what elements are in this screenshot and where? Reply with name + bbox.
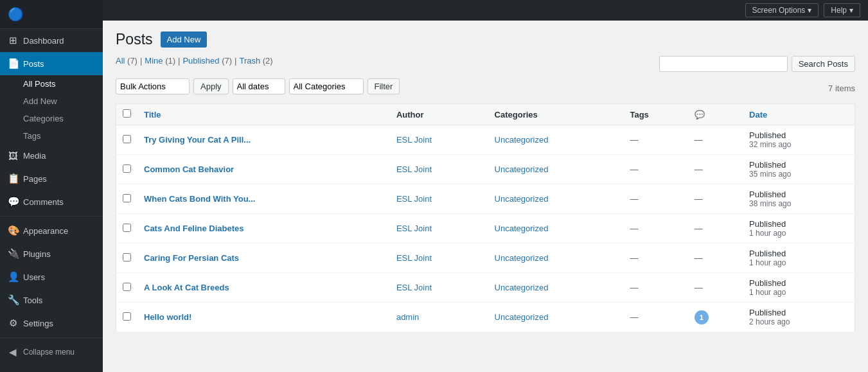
sidebar-item-tags[interactable]: Tags — [23, 127, 103, 145]
sidebar-item-comments[interactable]: 💬 Comments — [0, 190, 103, 213]
sidebar-item-tools[interactable]: 🔧 Tools — [0, 288, 103, 312]
post-title-link-3[interactable]: When Cats Bond With You... — [144, 194, 255, 204]
author-link-2[interactable]: ESL Joint — [396, 164, 432, 174]
bulk-actions-select[interactable]: Bulk Actions Edit Move to Trash — [116, 78, 190, 94]
bulk-actions-row: Bulk Actions Edit Move to Trash Apply Al… — [116, 78, 400, 94]
filter-links: All (7) | Mine (1) | Published (7) | Tra… — [116, 56, 273, 66]
select-all-checkbox[interactable] — [123, 109, 131, 118]
tags-cell-1: — — [623, 125, 687, 155]
sidebar-item-media[interactable]: 🖼 Media — [0, 145, 103, 167]
tags-cell-7: — — [623, 303, 687, 332]
sidebar-logo: 🔵 — [0, 0, 103, 29]
post-title-link-1[interactable]: Try Giving Your Cat A Pill... — [144, 135, 251, 145]
date-ago-7: 2 hours ago — [749, 317, 848, 326]
date-cell-4: Published1 hour ago — [743, 214, 855, 244]
sidebar-item-pages[interactable]: 📋 Pages — [0, 167, 103, 190]
author-link-5[interactable]: ESL Joint — [396, 253, 432, 263]
th-tags: Tags — [623, 104, 687, 125]
page-header: Posts Add New — [116, 31, 855, 48]
row-checkbox-5[interactable] — [123, 253, 131, 261]
date-cell-3: Published38 mins ago — [743, 184, 855, 214]
sidebar-item-all-posts[interactable]: All Posts — [23, 75, 103, 93]
comment-bubble-7[interactable]: 1 — [695, 310, 709, 324]
search-input[interactable] — [659, 56, 788, 72]
comments-cell-5: — — [688, 244, 743, 273]
category-filter-select[interactable]: All Categories Uncategorized — [289, 78, 364, 94]
category-link-6[interactable]: Uncategorized — [495, 283, 549, 292]
screen-options-button[interactable]: Screen Options ▾ — [745, 3, 819, 17]
posts-table: Title Author Categories Tags 💬 Date Try … — [116, 103, 855, 332]
chevron-down-icon: ▾ — [808, 6, 811, 15]
comments-cell-6: — — [688, 273, 743, 303]
post-title-link-6[interactable]: A Look At Cat Breeds — [144, 283, 229, 292]
author-link-1[interactable]: ESL Joint — [396, 135, 432, 145]
table-row: Try Giving Your Cat A Pill...ESL JointUn… — [116, 125, 855, 155]
sidebar-item-appearance[interactable]: 🎨 Appearance — [0, 219, 103, 242]
post-title-link-5[interactable]: Caring For Persian Cats — [144, 253, 239, 263]
category-link-7[interactable]: Uncategorized — [495, 312, 549, 322]
category-link-1[interactable]: Uncategorized — [495, 135, 549, 145]
date-cell-6: Published1 hour ago — [743, 273, 855, 303]
table-row: When Cats Bond With You...ESL JointUncat… — [116, 184, 855, 214]
users-icon: 👤 — [8, 271, 18, 283]
plugins-icon: 🔌 — [8, 248, 18, 260]
row-checkbox-2[interactable] — [123, 164, 131, 173]
appearance-icon: 🎨 — [8, 225, 18, 236]
date-status-3: Published — [749, 190, 848, 199]
author-link-3[interactable]: ESL Joint — [396, 194, 432, 204]
post-title-link-4[interactable]: Cats And Feline Diabetes — [144, 224, 244, 233]
search-area: Search Posts — [659, 56, 855, 72]
date-status-2: Published — [749, 160, 848, 170]
row-checkbox-3[interactable] — [123, 194, 131, 202]
filter-link-mine[interactable]: Mine (1) — [145, 56, 175, 66]
th-checkbox — [116, 104, 138, 125]
table-row: Common Cat BehaviorESL JointUncategorize… — [116, 155, 855, 184]
sidebar-item-posts[interactable]: 📄 Posts — [0, 52, 103, 75]
filter-link-published[interactable]: Published (7) — [182, 56, 232, 66]
tags-cell-4: — — [623, 214, 687, 244]
post-title-link-2[interactable]: Common Cat Behavior — [144, 164, 234, 174]
row-checkbox-7[interactable] — [123, 312, 131, 321]
sidebar-item-plugins[interactable]: 🔌 Plugins — [0, 242, 103, 265]
author-link-7[interactable]: admin — [396, 312, 419, 322]
category-link-4[interactable]: Uncategorized — [495, 224, 549, 233]
author-link-6[interactable]: ESL Joint — [396, 283, 432, 292]
collapse-menu[interactable]: ◀ Collapse menu — [0, 341, 103, 364]
filter-link-trash[interactable]: Trash (2) — [239, 56, 272, 66]
tags-cell-3: — — [623, 184, 687, 214]
date-cell-7: Published2 hours ago — [743, 303, 855, 332]
th-comments: 💬 — [688, 104, 743, 125]
category-link-3[interactable]: Uncategorized — [495, 194, 549, 204]
category-link-2[interactable]: Uncategorized — [495, 164, 549, 174]
sidebar-item-categories[interactable]: Categories — [23, 110, 103, 127]
help-button[interactable]: Help ▾ — [824, 3, 860, 17]
post-title-link-7[interactable]: Hello world! — [144, 312, 191, 322]
filter-button[interactable]: Filter — [368, 78, 400, 94]
apply-button[interactable]: Apply — [193, 78, 229, 94]
sidebar-item-add-new[interactable]: Add New — [23, 93, 103, 110]
date-filter-select[interactable]: All dates — [233, 78, 285, 94]
search-posts-button[interactable]: Search Posts — [792, 56, 855, 72]
date-cell-1: Published32 mins ago — [743, 125, 855, 155]
tags-cell-2: — — [623, 155, 687, 184]
add-new-button[interactable]: Add New — [161, 31, 208, 48]
date-ago-5: 1 hour ago — [749, 258, 848, 267]
date-status-1: Published — [749, 130, 848, 140]
category-link-5[interactable]: Uncategorized — [495, 253, 549, 263]
sidebar-item-users[interactable]: 👤 Users — [0, 265, 103, 288]
row-checkbox-4[interactable] — [123, 224, 131, 232]
row-checkbox-1[interactable] — [123, 135, 131, 143]
filter-link-all[interactable]: All (7) — [116, 56, 137, 66]
page-title: Posts — [116, 31, 153, 48]
th-date[interactable]: Date — [743, 104, 855, 125]
th-title[interactable]: Title — [137, 104, 390, 125]
row-checkbox-6[interactable] — [123, 283, 131, 291]
chevron-down-icon-help: ▾ — [849, 6, 853, 15]
date-ago-2: 35 mins ago — [749, 170, 848, 179]
sidebar-item-settings[interactable]: ⚙ Settings — [0, 312, 103, 335]
th-author: Author — [390, 104, 488, 125]
date-cell-5: Published1 hour ago — [743, 244, 855, 273]
sidebar-item-dashboard[interactable]: ⊞ Dashboard — [0, 29, 103, 52]
comments-cell-2: — — [688, 155, 743, 184]
author-link-4[interactable]: ESL Joint — [396, 224, 432, 233]
